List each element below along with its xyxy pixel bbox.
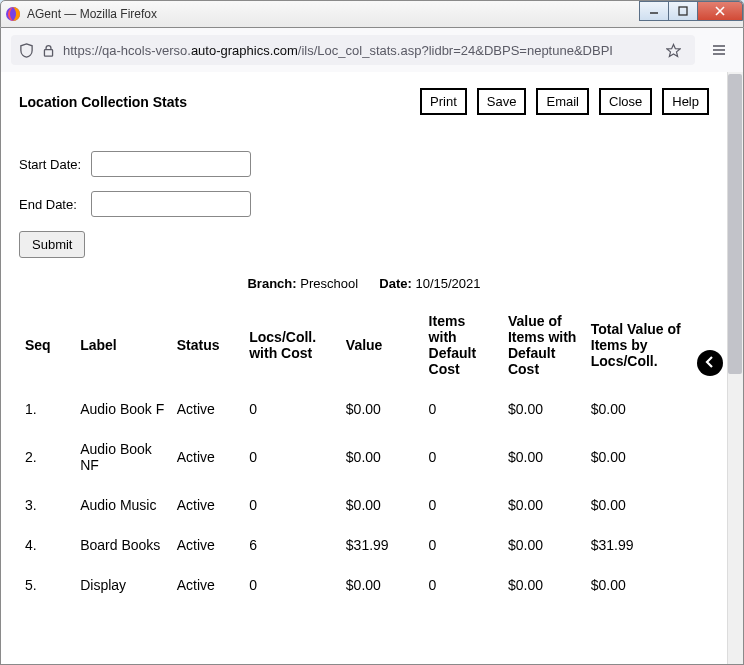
- shield-icon: [19, 43, 34, 58]
- cell-locs_cost: 0: [243, 389, 340, 429]
- branch-label: Branch:: [247, 276, 296, 291]
- cell-status: Active: [171, 429, 243, 485]
- cell-total_value: $31.99: [585, 525, 709, 565]
- cell-status: Active: [171, 389, 243, 429]
- cell-items_default: 0: [423, 389, 502, 429]
- cell-items_default: 0: [423, 429, 502, 485]
- start-date-label: Start Date:: [19, 157, 91, 172]
- window-minimize-button[interactable]: [639, 1, 669, 21]
- cell-total_value: $0.00: [585, 485, 709, 525]
- lock-icon: [42, 44, 55, 57]
- meta-row: Branch: Preschool Date: 10/15/2021: [19, 276, 709, 291]
- th-locs-cost: Locs/Coll. with Cost: [243, 301, 340, 389]
- cell-total_value: $0.00: [585, 389, 709, 429]
- prev-page-button[interactable]: [697, 350, 723, 376]
- cell-value_default: $0.00: [502, 485, 585, 525]
- cell-locs_cost: 6: [243, 525, 340, 565]
- end-date-input[interactable]: [91, 191, 251, 217]
- cell-label: Audio Music: [74, 485, 171, 525]
- page-title: Location Collection Stats: [19, 94, 187, 110]
- cell-seq: 1.: [19, 389, 74, 429]
- date-form: Start Date: End Date: Submit: [19, 151, 709, 258]
- content-viewport: Location Collection Stats Print Save Ema…: [0, 72, 744, 665]
- cell-value: $31.99: [340, 525, 423, 565]
- bookmark-star-icon[interactable]: [659, 36, 687, 64]
- cell-seq: 3.: [19, 485, 74, 525]
- close-button[interactable]: Close: [599, 88, 652, 115]
- cell-seq: 4.: [19, 525, 74, 565]
- cell-value: $0.00: [340, 389, 423, 429]
- cell-value_default: $0.00: [502, 525, 585, 565]
- cell-label: Board Books: [74, 525, 171, 565]
- action-buttons: Print Save Email Close Help: [420, 88, 709, 115]
- svg-rect-2: [679, 7, 687, 15]
- email-button[interactable]: Email: [536, 88, 589, 115]
- cell-value: $0.00: [340, 429, 423, 485]
- help-button[interactable]: Help: [662, 88, 709, 115]
- th-total-value: Total Value of Items by Locs/Coll.: [585, 301, 709, 389]
- browser-toolbar: https://qa-hcols-verso.auto-graphics.com…: [0, 28, 744, 72]
- table-row: 5.DisplayActive0$0.000$0.00$0.00: [19, 565, 709, 605]
- cell-label: Audio Book NF: [74, 429, 171, 485]
- cell-items_default: 0: [423, 525, 502, 565]
- cell-value_default: $0.00: [502, 389, 585, 429]
- cell-locs_cost: 0: [243, 485, 340, 525]
- table-row: 3.Audio MusicActive0$0.000$0.00$0.00: [19, 485, 709, 525]
- vertical-scrollbar[interactable]: [727, 72, 743, 664]
- cell-status: Active: [171, 525, 243, 565]
- th-value-default: Value of Items with Default Cost: [502, 301, 585, 389]
- table-header-row: Seq Label Status Locs/Coll. with Cost Va…: [19, 301, 709, 389]
- save-button[interactable]: Save: [477, 88, 527, 115]
- th-status: Status: [171, 301, 243, 389]
- end-date-label: End Date:: [19, 197, 91, 212]
- stats-table: Seq Label Status Locs/Coll. with Cost Va…: [19, 301, 709, 605]
- cell-value: $0.00: [340, 485, 423, 525]
- cell-label: Display: [74, 565, 171, 605]
- window-maximize-button[interactable]: [668, 1, 698, 21]
- th-seq: Seq: [19, 301, 74, 389]
- th-label: Label: [74, 301, 171, 389]
- cell-total_value: $0.00: [585, 429, 709, 485]
- cell-locs_cost: 0: [243, 565, 340, 605]
- cell-value_default: $0.00: [502, 429, 585, 485]
- date-value: 10/15/2021: [415, 276, 480, 291]
- scrollbar-thumb[interactable]: [728, 74, 742, 374]
- window-close-button[interactable]: [697, 1, 743, 21]
- firefox-icon: [5, 6, 21, 22]
- window-title-text: AGent — Mozilla Firefox: [27, 7, 157, 21]
- cell-seq: 2.: [19, 429, 74, 485]
- cell-seq: 5.: [19, 565, 74, 605]
- cell-items_default: 0: [423, 565, 502, 605]
- print-button[interactable]: Print: [420, 88, 467, 115]
- cell-items_default: 0: [423, 485, 502, 525]
- cell-status: Active: [171, 565, 243, 605]
- start-date-input[interactable]: [91, 151, 251, 177]
- cell-locs_cost: 0: [243, 429, 340, 485]
- table-row: 4.Board BooksActive6$31.990$0.00$31.99: [19, 525, 709, 565]
- th-items-default: Items with Default Cost: [423, 301, 502, 389]
- cell-total_value: $0.00: [585, 565, 709, 605]
- window-titlebar: AGent — Mozilla Firefox: [0, 0, 744, 28]
- th-value: Value: [340, 301, 423, 389]
- table-row: 1.Audio Book FActive0$0.000$0.00$0.00: [19, 389, 709, 429]
- url-text: https://qa-hcols-verso.auto-graphics.com…: [63, 43, 651, 58]
- url-bar[interactable]: https://qa-hcols-verso.auto-graphics.com…: [11, 35, 695, 65]
- date-label: Date:: [379, 276, 412, 291]
- cell-value: $0.00: [340, 565, 423, 605]
- hamburger-menu-icon[interactable]: [705, 36, 733, 64]
- submit-button[interactable]: Submit: [19, 231, 85, 258]
- chevron-left-icon: [704, 356, 716, 371]
- branch-value: Preschool: [300, 276, 358, 291]
- svg-rect-5: [44, 49, 52, 56]
- cell-label: Audio Book F: [74, 389, 171, 429]
- cell-value_default: $0.00: [502, 565, 585, 605]
- cell-status: Active: [171, 485, 243, 525]
- table-row: 2.Audio Book NFActive0$0.000$0.00$0.00: [19, 429, 709, 485]
